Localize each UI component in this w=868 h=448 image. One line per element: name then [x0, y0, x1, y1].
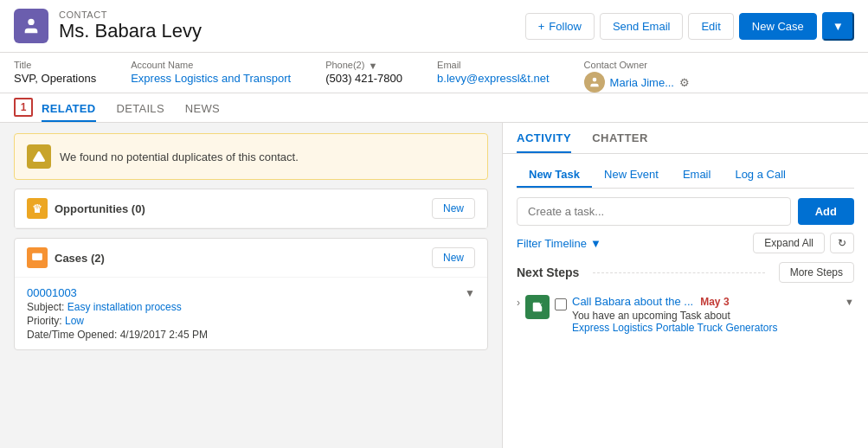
datetime-label: Date/Time Opened: [27, 329, 117, 341]
follow-button[interactable]: + Follow [525, 13, 595, 40]
avatar [584, 72, 605, 93]
header-left: CONTACT Ms. Babara Levy [14, 9, 202, 43]
task-subtitle-link[interactable]: Express Logistics Portable Truck Generat… [572, 322, 839, 334]
task-checkbox[interactable] [555, 298, 567, 310]
main-container: CONTACT Ms. Babara Levy + Follow Send Em… [0, 0, 868, 448]
account-label: Account Name [131, 60, 291, 70]
contact-icon [14, 9, 48, 43]
right-tabs: ACTIVITY CHATTER [503, 123, 868, 154]
cases-icon [27, 247, 48, 268]
task-item-dropdown-icon[interactable]: ▼ [845, 297, 854, 307]
edit-button[interactable]: Edit [688, 13, 733, 40]
opportunities-icon: ♛ [27, 198, 48, 219]
tab-news[interactable]: NEWS [185, 95, 220, 122]
task-input-row: Add [517, 197, 854, 226]
owner-field: Contact Owner Maria Jime... ⚙ [584, 60, 690, 93]
actions-dropdown-button[interactable]: ▼ [822, 12, 854, 41]
plus-icon: + [538, 20, 545, 33]
task-info: Call Babara about the ... May 3 You have… [572, 295, 839, 334]
phone-label: Phone(2) [325, 60, 364, 70]
task-title-link[interactable]: Call Babara about the ... [572, 295, 693, 308]
email-value[interactable]: b.levy@expressl&t.net [437, 72, 550, 85]
tabs-section: 1 RELATED DETAILS NEWS [0, 93, 868, 123]
right-panel: ACTIVITY CHATTER New Task New Event Emai… [502, 123, 868, 448]
cases-header: Cases (2) New [15, 239, 487, 278]
opportunities-new-button[interactable]: New [432, 198, 475, 219]
left-panel: We found no potential duplicates of this… [0, 123, 502, 448]
svg-point-0 [28, 19, 34, 25]
timeline-item: › Call Babara about the ... May 3 [517, 290, 854, 339]
owner-label: Contact Owner [584, 60, 690, 70]
chevron-right-icon[interactable]: › [517, 297, 520, 309]
dashed-separator [593, 272, 764, 273]
filter-timeline-button[interactable]: Filter Timeline ▼ [517, 237, 601, 250]
case-number-link[interactable]: 00001003 [27, 286, 77, 299]
send-email-button[interactable]: Send Email [600, 13, 683, 40]
duplicate-message: We found no potential duplicates of this… [60, 150, 299, 163]
opportunities-header: ♛ Opportunities (0) New [15, 189, 487, 228]
left-tabs: RELATED DETAILS NEWS [42, 95, 854, 122]
case-dropdown-icon[interactable]: ▼ [465, 287, 475, 299]
more-steps-button[interactable]: More Steps [779, 262, 854, 283]
email-label: Email [437, 60, 550, 70]
filter-row: Filter Timeline ▼ Expand All ↻ [517, 233, 854, 253]
content-area: We found no potential duplicates of this… [0, 123, 868, 448]
action-tab-new-task[interactable]: New Task [517, 163, 592, 188]
title-field: Title SVP, Operations [14, 60, 96, 85]
filter-timeline-label: Filter Timeline [517, 237, 587, 250]
case-datetime-row: Date/Time Opened: 4/19/2017 2:45 PM [27, 329, 475, 341]
tab-details[interactable]: DETAILS [117, 95, 164, 122]
subject-value[interactable]: Easy installation process [68, 301, 182, 313]
opportunities-section: ♛ Opportunities (0) New [14, 189, 488, 229]
datetime-value: 4/19/2017 2:45 PM [120, 329, 208, 341]
right-content: New Task New Event Email Log a Call Add … [503, 154, 868, 448]
cases-new-button[interactable]: New [432, 247, 475, 268]
task-date-badge: May 3 [700, 296, 729, 308]
header-actions: + Follow Send Email Edit New Case ▼ [525, 12, 854, 41]
info-bar: Title SVP, Operations Account Name Expre… [0, 53, 868, 93]
title-label: Title [14, 60, 96, 70]
refresh-button[interactable]: ↻ [830, 233, 854, 253]
filter-right: Expand All ↻ [753, 233, 854, 253]
title-value: SVP, Operations [14, 72, 96, 85]
owner-info: Maria Jime... ⚙ [584, 72, 690, 93]
badge-number: 1 [14, 98, 33, 117]
email-field: Email b.levy@expressl&t.net [437, 60, 550, 85]
account-value[interactable]: Express Logistics and Transport [131, 72, 291, 85]
action-tab-email[interactable]: Email [671, 163, 723, 188]
cases-section: Cases (2) New 00001003 ▼ Subject: Easy i… [14, 238, 488, 350]
header-title-block: CONTACT Ms. Babara Levy [59, 10, 202, 42]
owner-settings-icon[interactable]: ⚙ [679, 76, 690, 89]
phone-field: Phone(2) ▼ (503) 421-7800 [325, 60, 402, 85]
phone-dropdown-icon[interactable]: ▼ [368, 61, 377, 71]
svg-rect-4 [32, 253, 42, 260]
tab-related[interactable]: RELATED [42, 95, 96, 122]
tab-activity[interactable]: ACTIVITY [517, 123, 571, 153]
priority-value: Low [65, 315, 84, 327]
owner-name[interactable]: Maria Jime... [610, 76, 674, 89]
add-button[interactable]: Add [798, 198, 854, 225]
case-header-row: 00001003 ▼ [27, 286, 475, 299]
header-record-type: CONTACT [59, 10, 202, 20]
action-tab-log-a-call[interactable]: Log a Call [723, 163, 798, 188]
task-subtitle: You have an upcoming Task about [572, 310, 839, 322]
action-tabs: New Task New Event Email Log a Call [517, 163, 854, 189]
opportunities-title: ♛ Opportunities (0) [27, 198, 145, 219]
case-subject-row: Subject: Easy installation process [27, 301, 475, 313]
expand-all-button[interactable]: Expand All [753, 233, 825, 253]
subject-label: Subject: [27, 301, 64, 313]
cases-title: Cases (2) [27, 247, 105, 268]
header: CONTACT Ms. Babara Levy + Follow Send Em… [0, 0, 868, 53]
case-priority-row: Priority: Low [27, 315, 475, 327]
account-field: Account Name Express Logistics and Trans… [131, 60, 291, 85]
header-contact-name: Ms. Babara Levy [59, 20, 202, 42]
table-row: 00001003 ▼ Subject: Easy installation pr… [15, 278, 487, 349]
tab-chatter[interactable]: CHATTER [592, 123, 648, 153]
filter-dropdown-icon: ▼ [590, 237, 601, 250]
svg-point-1 [592, 78, 596, 82]
next-steps-header: Next Steps More Steps [517, 262, 854, 283]
next-steps-title: Next Steps [517, 266, 579, 279]
action-tab-new-event[interactable]: New Event [592, 163, 671, 188]
task-input[interactable] [517, 197, 791, 226]
new-case-button[interactable]: New Case [739, 13, 817, 40]
